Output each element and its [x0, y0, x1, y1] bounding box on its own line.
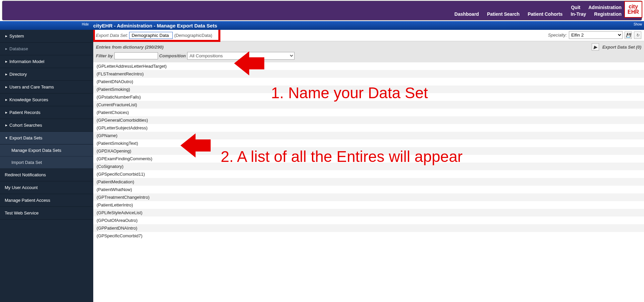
save-icon[interactable]: 💾: [625, 32, 632, 39]
export-data-set-label: Export Data Set:: [96, 33, 128, 38]
list-item[interactable]: (PatientChoices): [93, 109, 644, 116]
sidebar-export-data-sets[interactable]: ▼ Export Data Sets: [0, 132, 93, 144]
topnav-registration[interactable]: Registration: [594, 11, 622, 17]
topnav-patient-search[interactable]: Patient Search: [487, 11, 520, 17]
content-area: Export Data Set: (DemographicData) Speci…: [93, 30, 644, 302]
chevron-right-icon: ►: [5, 123, 9, 127]
sidebar: ► System ► Database ► Information Model …: [0, 30, 93, 302]
entries-count-label: Entries from dictionary (290/290): [96, 45, 164, 50]
chevron-right-icon: ►: [5, 98, 9, 102]
specialty-label: Specialty:: [548, 33, 567, 38]
topnav-dashboard[interactable]: Dashboard: [454, 11, 479, 17]
sidebar-label: Patient Records: [9, 110, 41, 115]
sidebar-label: Users and Care Teams: [9, 84, 54, 89]
topnav-intray[interactable]: In-Tray: [571, 11, 586, 17]
composition-label: Composition: [159, 53, 186, 58]
list-item[interactable]: (PatientLetterIntro): [93, 201, 644, 209]
filter-input[interactable]: [114, 52, 158, 59]
sidebar-information-model[interactable]: ► Information Model: [0, 55, 93, 68]
sidebar-label: Database: [9, 46, 28, 51]
list-item[interactable]: (GPSpecificComorbid7): [93, 232, 644, 240]
list-item[interactable]: (PatientWhatNow): [93, 186, 644, 193]
list-item[interactable]: (CurrentFractureList): [93, 101, 644, 109]
topnav-administration[interactable]: Administration: [588, 5, 622, 10]
chevron-right-icon: ►: [5, 85, 9, 89]
sidebar-knowledge-sources[interactable]: ► Knowledge Sources: [0, 94, 93, 106]
sidebar-label: Information Model: [9, 59, 44, 64]
top-navigation-bar: Quit Administration Dashboard Patient Se…: [2, 1, 642, 20]
dictionary-entries-list[interactable]: (GPLetterAddressLetterHeadTarget) (FLSTr…: [93, 62, 644, 302]
logo-city: city: [629, 4, 638, 9]
list-item[interactable]: (FLSTreatmentRecIntro): [93, 70, 644, 78]
composition-select[interactable]: All Compositions: [187, 52, 294, 60]
export-data-set-input[interactable]: [129, 32, 173, 39]
list-item[interactable]: (GPDXAOpening): [93, 147, 644, 155]
sidebar-database[interactable]: ► Database: [0, 43, 93, 55]
sidebar-cohort-searches[interactable]: ► Cohort Searches: [0, 119, 93, 132]
chevron-right-icon: ►: [5, 34, 9, 38]
sidebar-manage-patient-access[interactable]: Manage Patient Access: [0, 194, 93, 207]
list-item[interactable]: (GPstaticNumberFalls): [93, 93, 644, 101]
sidebar-label: Export Data Sets: [9, 135, 42, 140]
chevron-right-icon: ►: [5, 60, 9, 63]
list-item[interactable]: (CoSignatory): [93, 163, 644, 170]
sub-manage-export-data-sets[interactable]: Manage Export Data Sets: [0, 144, 93, 157]
sidebar-patient-records[interactable]: ► Patient Records: [0, 106, 93, 119]
topnav-quit[interactable]: Quit: [571, 5, 580, 10]
export-name-row: Export Data Set: (DemographicData) Speci…: [93, 30, 644, 41]
sidebar-label: System: [9, 34, 24, 39]
dictionary-header: Entries from dictionary (290/290) ▶ Expo…: [93, 41, 644, 62]
sidebar-users-care-teams[interactable]: ► Users and Care Teams: [0, 81, 93, 94]
list-item[interactable]: (GPOutOfAreaOutro): [93, 217, 644, 224]
move-right-icon[interactable]: ▶: [592, 43, 599, 51]
topnav-patient-cohorts[interactable]: Patient Cohorts: [528, 11, 562, 17]
list-item[interactable]: (GPSpecificComorbid11): [93, 170, 644, 178]
list-item[interactable]: (GPPatientDNAIntro): [93, 224, 644, 232]
list-item[interactable]: (PatientMedication): [93, 178, 644, 186]
list-item[interactable]: (GPName): [93, 132, 644, 139]
sidebar-test-web-service[interactable]: Test Web Service: [0, 207, 93, 220]
chevron-down-icon: ▼: [5, 136, 9, 140]
page-title-bar: Hide cityEHR - Administration - Manage E…: [0, 21, 644, 30]
logo-ehr: EHR: [628, 9, 639, 15]
list-item[interactable]: (GPExamFindingComments): [93, 155, 644, 163]
page-title: cityEHR - Administration - Manage Export…: [93, 23, 217, 28]
export-data-set-count-label: Export Data Set (0): [602, 45, 641, 50]
chevron-right-icon: ►: [5, 47, 9, 51]
sidebar-directory[interactable]: ► Directory: [0, 68, 93, 81]
refresh-icon[interactable]: ↻: [634, 32, 641, 39]
export-data-set-id: (DemographicData): [174, 33, 212, 38]
list-item[interactable]: (GPGeneralComorbidities): [93, 116, 644, 124]
specialty-select[interactable]: Elfin 2: [569, 31, 623, 39]
sidebar-redirect-notifications[interactable]: Redirect Notifications: [0, 169, 93, 181]
hide-sidebar-link[interactable]: Hide: [82, 22, 89, 26]
list-item[interactable]: (PatientDNAOutro): [93, 78, 644, 85]
sub-import-data-set[interactable]: Import Data Set: [0, 157, 93, 169]
show-panel-link[interactable]: Show: [634, 22, 642, 26]
sidebar-system[interactable]: ► System: [0, 30, 93, 43]
list-item[interactable]: (GPLetterAddressLetterHeadTarget): [93, 62, 644, 70]
list-item[interactable]: (GPLifeStyleAdviceList): [93, 209, 644, 217]
list-item[interactable]: (PatientSmokingText): [93, 139, 644, 147]
sidebar-label: Knowledge Sources: [9, 97, 48, 102]
top-links: Quit Administration Dashboard Patient Se…: [454, 1, 622, 20]
chevron-right-icon: ►: [5, 72, 9, 76]
sidebar-my-user-account[interactable]: My User Account: [0, 181, 93, 194]
filter-by-label: Filter by: [96, 53, 113, 58]
cityehr-logo: city EHR: [624, 1, 642, 18]
list-item[interactable]: (GPLetterSubjectAddress): [93, 124, 644, 132]
list-item[interactable]: (PatientSmoking): [93, 85, 644, 93]
list-item[interactable]: (GPTreatmentChangeIntro): [93, 193, 644, 201]
sidebar-label: Directory: [9, 72, 27, 77]
sidebar-label: Cohort Searches: [9, 123, 42, 128]
chevron-right-icon: ►: [5, 111, 9, 114]
